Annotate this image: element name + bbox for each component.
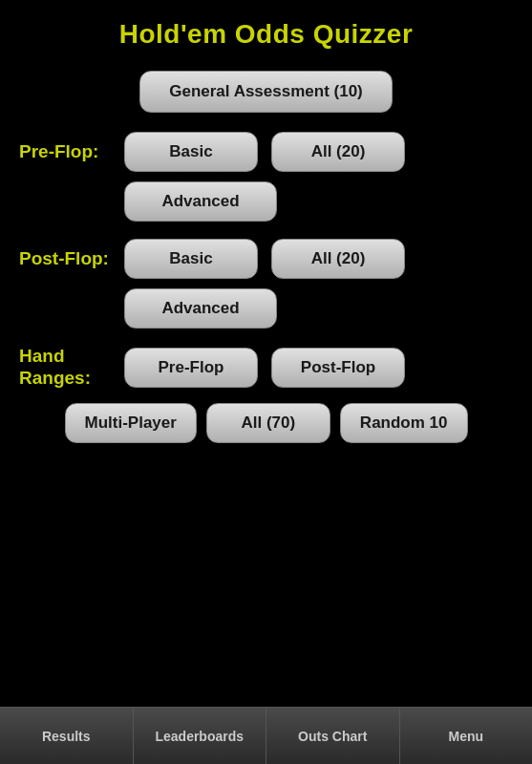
general-assessment-button[interactable]: General Assessment (10)	[139, 71, 393, 113]
preflop-basic-button[interactable]: Basic	[124, 132, 258, 172]
tab-results[interactable]: Results	[0, 708, 134, 764]
tab-outs-chart[interactable]: Outs Chart	[266, 708, 400, 764]
postflop-label: Post-Flop:	[19, 248, 124, 270]
preflop-advanced-button[interactable]: Advanced	[124, 181, 277, 222]
multi-player-button[interactable]: Multi-Player	[65, 403, 197, 443]
postflop-row: Post-Flop: Basic All (20)	[19, 239, 513, 279]
all-70-button[interactable]: All (70)	[206, 403, 330, 443]
hand-ranges-preflop-button[interactable]: Pre-Flop	[124, 348, 258, 388]
hand-ranges-buttons: Pre-Flop Post-Flop	[124, 348, 405, 388]
preflop-section: Pre-Flop: Basic All (20) Advanced	[19, 132, 513, 222]
hand-ranges-label: HandRanges:	[19, 346, 124, 390]
hand-ranges-section: HandRanges: Pre-Flop Post-Flop Multi-Pla…	[19, 346, 513, 443]
preflop-row: Pre-Flop: Basic All (20)	[19, 132, 513, 172]
bottom-buttons-row: Multi-Player All (70) Random 10	[19, 403, 513, 443]
preflop-buttons: Basic All (20)	[124, 132, 405, 172]
postflop-section: Post-Flop: Basic All (20) Advanced	[19, 239, 513, 329]
random-10-button[interactable]: Random 10	[340, 403, 468, 443]
preflop-label: Pre-Flop:	[19, 141, 124, 163]
preflop-advanced-row: Advanced	[19, 181, 513, 222]
hand-ranges-row: HandRanges: Pre-Flop Post-Flop	[19, 346, 513, 390]
tab-leaderboards[interactable]: Leaderboards	[134, 708, 267, 764]
main-content: Hold'em Odds Quizzer General Assessment …	[0, 0, 532, 707]
tab-bar: Results Leaderboards Outs Chart Menu	[0, 707, 532, 764]
app-title: Hold'em Odds Quizzer	[119, 19, 414, 50]
postflop-advanced-button[interactable]: Advanced	[124, 288, 277, 329]
postflop-advanced-row: Advanced	[19, 288, 513, 329]
postflop-buttons: Basic All (20)	[124, 239, 405, 279]
tab-menu[interactable]: Menu	[400, 708, 533, 764]
hand-ranges-postflop-button[interactable]: Post-Flop	[271, 348, 405, 388]
general-assessment-row: General Assessment (10)	[139, 71, 393, 113]
preflop-all-button[interactable]: All (20)	[271, 132, 405, 172]
postflop-all-button[interactable]: All (20)	[271, 239, 405, 279]
postflop-basic-button[interactable]: Basic	[124, 239, 258, 279]
